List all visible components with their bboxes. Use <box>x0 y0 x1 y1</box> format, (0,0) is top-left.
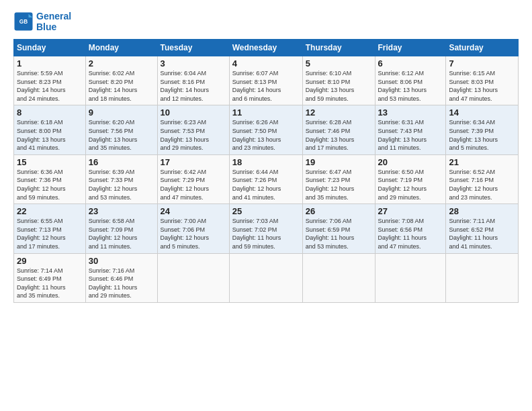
day-info: Sunrise: 6:04 AM Sunset: 8:16 PM Dayligh… <box>161 69 226 103</box>
day-cell: 7Sunrise: 6:15 AM Sunset: 8:03 PM Daylig… <box>446 56 519 105</box>
day-info: Sunrise: 6:31 AM Sunset: 7:43 PM Dayligh… <box>378 118 443 152</box>
day-cell: 24Sunrise: 7:00 AM Sunset: 7:06 PM Dayli… <box>157 204 229 253</box>
day-info: Sunrise: 6:18 AM Sunset: 8:00 PM Dayligh… <box>17 118 83 152</box>
day-cell: 26Sunrise: 7:06 AM Sunset: 6:59 PM Dayli… <box>302 204 375 253</box>
day-number: 19 <box>306 157 372 167</box>
day-cell: 20Sunrise: 6:50 AM Sunset: 7:19 PM Dayli… <box>375 154 446 203</box>
day-info: Sunrise: 6:23 AM Sunset: 7:53 PM Dayligh… <box>161 118 226 152</box>
day-cell <box>229 253 302 302</box>
logo: GB General Blue <box>13 11 71 32</box>
day-info: Sunrise: 6:15 AM Sunset: 8:03 PM Dayligh… <box>449 69 515 103</box>
day-cell: 6Sunrise: 6:12 AM Sunset: 8:06 PM Daylig… <box>375 56 446 105</box>
day-cell: 14Sunrise: 6:34 AM Sunset: 7:39 PM Dayli… <box>446 105 519 154</box>
day-number: 4 <box>232 58 300 68</box>
day-cell: 25Sunrise: 7:03 AM Sunset: 7:02 PM Dayli… <box>229 204 302 253</box>
day-cell: 9Sunrise: 6:20 AM Sunset: 7:56 PM Daylig… <box>85 105 157 154</box>
day-info: Sunrise: 7:14 AM Sunset: 6:49 PM Dayligh… <box>17 267 83 300</box>
day-number: 1 <box>17 58 83 68</box>
day-number: 11 <box>232 107 300 118</box>
day-info: Sunrise: 7:08 AM Sunset: 6:56 PM Dayligh… <box>378 217 443 250</box>
day-cell <box>157 253 229 302</box>
day-number: 9 <box>89 107 154 118</box>
day-info: Sunrise: 7:11 AM Sunset: 6:52 PM Dayligh… <box>449 217 515 250</box>
logo-text: General Blue <box>36 11 71 32</box>
day-cell: 29Sunrise: 7:14 AM Sunset: 6:49 PM Dayli… <box>14 253 86 302</box>
day-cell: 3Sunrise: 6:04 AM Sunset: 8:16 PM Daylig… <box>157 56 229 105</box>
day-info: Sunrise: 6:36 AM Sunset: 7:36 PM Dayligh… <box>17 168 83 201</box>
day-number: 29 <box>17 256 83 266</box>
day-info: Sunrise: 7:00 AM Sunset: 7:06 PM Dayligh… <box>161 217 226 250</box>
day-info: Sunrise: 6:26 AM Sunset: 7:50 PM Dayligh… <box>232 118 300 152</box>
day-number: 24 <box>161 206 226 216</box>
day-info: Sunrise: 6:42 AM Sunset: 7:29 PM Dayligh… <box>161 168 226 201</box>
day-number: 7 <box>449 58 515 68</box>
day-number: 28 <box>449 206 515 216</box>
day-cell: 18Sunrise: 6:44 AM Sunset: 7:26 PM Dayli… <box>229 154 302 203</box>
day-info: Sunrise: 6:55 AM Sunset: 7:13 PM Dayligh… <box>17 217 83 250</box>
week-row-3: 15Sunrise: 6:36 AM Sunset: 7:36 PM Dayli… <box>14 154 519 203</box>
day-number: 22 <box>17 206 83 216</box>
day-info: Sunrise: 6:58 AM Sunset: 7:09 PM Dayligh… <box>89 217 154 250</box>
day-cell: 27Sunrise: 7:08 AM Sunset: 6:56 PM Dayli… <box>375 204 446 253</box>
day-cell <box>302 253 375 302</box>
header-cell-tuesday: Tuesday <box>157 40 229 56</box>
header-cell-sunday: Sunday <box>14 40 86 56</box>
header-cell-thursday: Thursday <box>302 40 375 56</box>
day-cell: 8Sunrise: 6:18 AM Sunset: 8:00 PM Daylig… <box>14 105 86 154</box>
day-cell: 13Sunrise: 6:31 AM Sunset: 7:43 PM Dayli… <box>375 105 446 154</box>
header-cell-saturday: Saturday <box>446 40 519 56</box>
day-number: 21 <box>449 157 515 167</box>
day-number: 27 <box>378 206 443 216</box>
day-cell: 12Sunrise: 6:28 AM Sunset: 7:46 PM Dayli… <box>302 105 375 154</box>
day-number: 17 <box>161 157 226 167</box>
header-cell-wednesday: Wednesday <box>229 40 302 56</box>
week-row-1: 1Sunrise: 5:59 AM Sunset: 8:23 PM Daylig… <box>14 56 519 105</box>
day-info: Sunrise: 5:59 AM Sunset: 8:23 PM Dayligh… <box>17 69 83 103</box>
day-info: Sunrise: 6:52 AM Sunset: 7:16 PM Dayligh… <box>449 168 515 201</box>
day-number: 13 <box>378 107 443 118</box>
day-number: 8 <box>17 107 83 118</box>
day-number: 6 <box>378 58 443 68</box>
page: GB General Blue SundayMondayTuesdayWedne… <box>0 0 532 310</box>
logo-icon: GB <box>13 11 34 32</box>
day-number: 5 <box>306 58 372 68</box>
day-number: 20 <box>378 157 443 167</box>
day-info: Sunrise: 6:10 AM Sunset: 8:10 PM Dayligh… <box>306 69 372 103</box>
day-info: Sunrise: 6:39 AM Sunset: 7:33 PM Dayligh… <box>89 168 154 201</box>
day-cell: 11Sunrise: 6:26 AM Sunset: 7:50 PM Dayli… <box>229 105 302 154</box>
day-cell: 21Sunrise: 6:52 AM Sunset: 7:16 PM Dayli… <box>446 154 519 203</box>
day-info: Sunrise: 6:28 AM Sunset: 7:46 PM Dayligh… <box>306 118 372 152</box>
day-info: Sunrise: 6:34 AM Sunset: 7:39 PM Dayligh… <box>449 118 515 152</box>
day-info: Sunrise: 7:03 AM Sunset: 7:02 PM Dayligh… <box>232 217 300 250</box>
day-number: 2 <box>89 58 154 68</box>
day-info: Sunrise: 6:12 AM Sunset: 8:06 PM Dayligh… <box>378 69 443 103</box>
calendar-table: SundayMondayTuesdayWednesdayThursdayFrid… <box>13 39 519 303</box>
day-cell: 22Sunrise: 6:55 AM Sunset: 7:13 PM Dayli… <box>14 204 86 253</box>
day-info: Sunrise: 7:06 AM Sunset: 6:59 PM Dayligh… <box>306 217 372 250</box>
day-cell <box>375 253 446 302</box>
week-row-4: 22Sunrise: 6:55 AM Sunset: 7:13 PM Dayli… <box>14 204 519 253</box>
day-cell <box>446 253 519 302</box>
day-number: 3 <box>161 58 226 68</box>
day-number: 18 <box>232 157 300 167</box>
day-cell: 16Sunrise: 6:39 AM Sunset: 7:33 PM Dayli… <box>85 154 157 203</box>
day-cell: 28Sunrise: 7:11 AM Sunset: 6:52 PM Dayli… <box>446 204 519 253</box>
day-info: Sunrise: 6:02 AM Sunset: 8:20 PM Dayligh… <box>89 69 154 103</box>
day-cell: 15Sunrise: 6:36 AM Sunset: 7:36 PM Dayli… <box>14 154 86 203</box>
day-number: 26 <box>306 206 372 216</box>
week-row-5: 29Sunrise: 7:14 AM Sunset: 6:49 PM Dayli… <box>14 253 519 302</box>
day-info: Sunrise: 6:44 AM Sunset: 7:26 PM Dayligh… <box>232 168 300 201</box>
day-info: Sunrise: 7:16 AM Sunset: 6:46 PM Dayligh… <box>89 267 154 300</box>
day-number: 23 <box>89 206 154 216</box>
day-number: 30 <box>89 256 154 266</box>
header-cell-friday: Friday <box>375 40 446 56</box>
day-cell: 2Sunrise: 6:02 AM Sunset: 8:20 PM Daylig… <box>85 56 157 105</box>
day-info: Sunrise: 6:50 AM Sunset: 7:19 PM Dayligh… <box>378 168 443 201</box>
header-row: SundayMondayTuesdayWednesdayThursdayFrid… <box>14 40 519 56</box>
svg-text:GB: GB <box>19 19 28 25</box>
day-number: 15 <box>17 157 83 167</box>
day-cell: 17Sunrise: 6:42 AM Sunset: 7:29 PM Dayli… <box>157 154 229 203</box>
day-cell: 5Sunrise: 6:10 AM Sunset: 8:10 PM Daylig… <box>302 56 375 105</box>
day-number: 14 <box>449 107 515 118</box>
day-cell: 10Sunrise: 6:23 AM Sunset: 7:53 PM Dayli… <box>157 105 229 154</box>
